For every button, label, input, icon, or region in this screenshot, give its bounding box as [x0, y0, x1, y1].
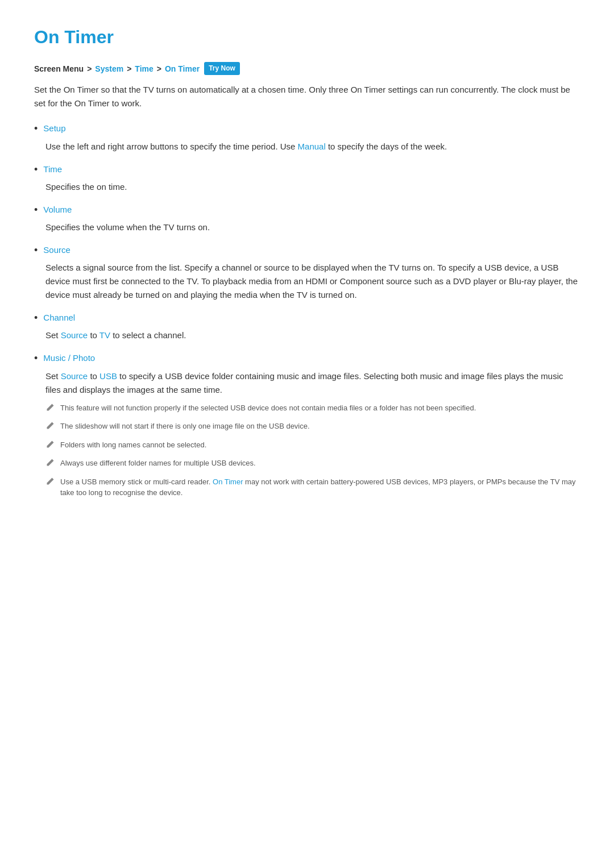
note-text-3: Folders with long names cannot be select… [60, 439, 206, 451]
pencil-icon-5 [45, 477, 55, 489]
pencil-icon-4 [45, 458, 55, 471]
note-text-4: Always use different folder names for mu… [60, 458, 256, 469]
list-item-channel: • Channel Set Source to TV to select a c… [34, 311, 580, 342]
desc-channel: Set Source to TV to select a channel. [45, 329, 580, 342]
desc-setup: Use the left and right arrow buttons to … [45, 140, 580, 153]
desc-volume: Specifies the volume when the TV turns o… [45, 221, 580, 234]
desc-time: Specifies the on time. [45, 180, 580, 194]
note-list: This feature will not function properly … [45, 402, 580, 499]
link-manual[interactable]: Manual [298, 142, 326, 151]
intro-text: Set the On Timer so that the TV turns on… [34, 83, 580, 110]
bullet-dot: • [34, 163, 38, 177]
list-item-time: • Time Specifies the on time. [34, 163, 580, 194]
breadcrumb-sep1: > [87, 63, 92, 75]
breadcrumb-screen-menu: Screen Menu [34, 63, 84, 75]
link-source-channel[interactable]: Source [61, 330, 88, 340]
breadcrumb: Screen Menu > System > Time > On Timer T… [34, 62, 580, 75]
pencil-icon-3 [45, 440, 55, 452]
term-source: Source [43, 243, 70, 257]
list-item-volume: • Volume Specifies the volume when the T… [34, 203, 580, 234]
desc-music-photo: Set Source to USB to specify a USB devic… [45, 369, 580, 397]
list-item-setup: • Setup Use the left and right arrow but… [34, 122, 580, 153]
note-text-5: Use a USB memory stick or multi-card rea… [60, 476, 580, 499]
term-volume: Volume [43, 203, 72, 217]
list-item-music-photo: • Music / Photo Set Source to USB to spe… [34, 351, 580, 498]
term-time: Time [43, 163, 62, 176]
page-title: On Timer [34, 23, 580, 52]
desc-source: Selects a signal source from the list. S… [45, 261, 580, 302]
bullet-dot: • [34, 243, 38, 258]
breadcrumb-system[interactable]: System [95, 63, 123, 75]
link-tv[interactable]: TV [99, 330, 110, 340]
note-item-1: This feature will not function properly … [45, 402, 580, 416]
pencil-icon-2 [45, 421, 55, 434]
note-text-1: This feature will not function properly … [60, 402, 476, 414]
term-setup: Setup [43, 122, 65, 135]
pencil-icon-1 [45, 403, 55, 416]
bullet-dot: • [34, 122, 38, 136]
bullet-list: • Setup Use the left and right arrow but… [34, 122, 580, 498]
breadcrumb-sep3: > [157, 63, 161, 75]
note-item-4: Always use different folder names for mu… [45, 458, 580, 471]
bullet-dot: • [34, 351, 38, 366]
link-usb[interactable]: USB [99, 371, 117, 381]
term-music-photo: Music / Photo [43, 351, 95, 365]
bullet-dot: • [34, 203, 38, 217]
breadcrumb-time[interactable]: Time [135, 63, 153, 75]
note-item-5: Use a USB memory stick or multi-card rea… [45, 476, 580, 499]
note-item-3: Folders with long names cannot be select… [45, 439, 580, 452]
bullet-dot: • [34, 311, 38, 325]
list-item-source: • Source Selects a signal source from th… [34, 243, 580, 302]
note-item-2: The slideshow will not start if there is… [45, 421, 580, 434]
link-on-timer-note[interactable]: On Timer [213, 477, 243, 486]
breadcrumb-on-timer[interactable]: On Timer [165, 63, 200, 75]
link-source-music[interactable]: Source [61, 371, 88, 381]
try-now-badge[interactable]: Try Now [204, 62, 240, 75]
breadcrumb-sep2: > [127, 63, 131, 75]
term-channel: Channel [43, 311, 75, 325]
note-text-2: The slideshow will not start if there is… [60, 421, 310, 432]
